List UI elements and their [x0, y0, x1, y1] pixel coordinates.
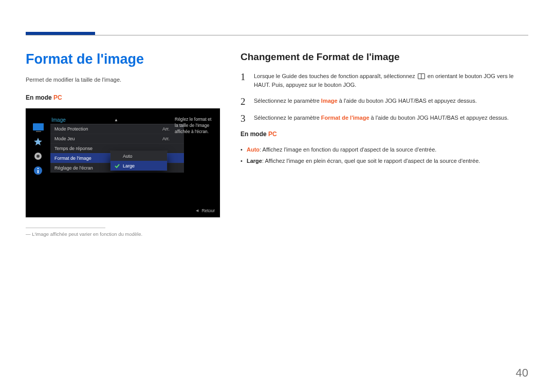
header-rule [26, 35, 528, 35]
step-text: Sélectionnez le paramètre Image à l'aide… [254, 97, 528, 106]
step: 2 Sélectionnez le paramètre Image à l'ai… [240, 97, 528, 106]
osd-row: Mode Protection Arr. [50, 124, 184, 134]
mode-label-right: En mode PC [240, 130, 528, 138]
step-text-pre: Sélectionnez le paramètre [254, 98, 321, 104]
step: 1 Lorsque le Guide des touches de foncti… [240, 72, 528, 89]
page-number: 40 [516, 366, 528, 380]
section-lead: Permet de modifier la taille de l'image. [26, 77, 221, 83]
osd-footer: ◀ Retour [196, 208, 215, 213]
osd-return-label: Retour [201, 208, 215, 213]
osd-popup-option-selected: Large [110, 161, 167, 171]
menu-glyph-icon [418, 73, 425, 79]
osd-side-icons [30, 123, 46, 175]
osd-description: Réglez le format et la taille de l'image… [175, 116, 215, 135]
osd-row-label: Mode Protection [54, 126, 88, 132]
osd-row: Mode Jeu Arr. [50, 134, 184, 143]
step-text: Lorsque le Guide des touches de fonction… [254, 72, 528, 89]
step-param: Image [321, 98, 338, 104]
svg-rect-0 [33, 123, 44, 130]
gear-icon [32, 152, 44, 161]
bullet-list: Auto: Affichez l'image en fonction du ra… [240, 145, 528, 165]
osd-row-label: Mode Jeu [54, 136, 75, 141]
mode-label-value: PC [268, 130, 277, 138]
bullet-text: : Affichez l'image en plein écran, quel … [262, 158, 480, 164]
info-icon [32, 166, 44, 175]
step-text-pre: Lorsque le Guide des touches de fonction… [254, 73, 417, 79]
up-arrow-icon: ▲ [114, 118, 118, 122]
svg-rect-6 [38, 170, 39, 173]
osd-popup-option: Auto [110, 151, 167, 161]
footnote: L'image affichée peut varier en fonction… [26, 231, 221, 237]
step-param: Format de l'image [321, 115, 369, 121]
star-icon [32, 137, 44, 146]
osd-row-label: Temps de réponse [54, 146, 92, 151]
mode-label-left: En mode PC [26, 94, 221, 101]
mode-label-prefix: En mode [26, 94, 53, 101]
step-text-pre: Sélectionnez le paramètre [254, 115, 321, 121]
mode-label-value: PC [53, 94, 62, 101]
picture-icon [32, 123, 44, 132]
section-title: Format de l'image [26, 51, 221, 67]
svg-rect-7 [38, 168, 39, 169]
bullet-option: Large [247, 158, 262, 164]
mode-label-prefix: En mode [240, 130, 268, 138]
step-number: 2 [240, 97, 248, 106]
checkmark-icon [115, 163, 120, 169]
osd-popup-option-label: Large [123, 163, 135, 169]
step-text-post: à l'aide du bouton JOG HAUT/BAS et appuy… [369, 115, 509, 121]
bullet-item: Large: Affichez l'image en plein écran, … [240, 156, 528, 165]
bullet-item: Auto: Affichez l'image en fonction du ra… [240, 145, 528, 154]
osd-row-label: Réglage de l'écran [54, 165, 93, 171]
step-text: Sélectionnez le paramètre Format de l'im… [254, 114, 528, 123]
svg-rect-1 [36, 131, 41, 132]
left-arrow-icon: ◀ [196, 209, 198, 213]
step-text-post: à l'aide du bouton JOG HAUT/BAS et appuy… [338, 98, 477, 104]
osd-screenshot: Image ▲ Mode Protection Arr. Mode Jeu Ar… [26, 108, 220, 217]
step-number: 1 [240, 72, 248, 89]
bullet-text: : Affichez l'image en fonction du rappor… [260, 146, 436, 153]
osd-popup-option-label: Auto [123, 154, 133, 159]
bullet-option: Auto [247, 146, 260, 153]
svg-marker-2 [34, 138, 42, 145]
osd-popup: Auto Large [110, 151, 167, 171]
footnote-rule [26, 228, 105, 228]
step: 3 Sélectionnez le paramètre Format de l'… [240, 114, 528, 123]
step-number: 3 [240, 114, 248, 123]
osd-row-value: Arr. [162, 136, 180, 141]
right-heading: Changement de Format de l'image [240, 51, 528, 63]
svg-point-4 [36, 155, 40, 158]
osd-row-label: Format de l'image [54, 156, 91, 161]
osd-title: Image [51, 117, 66, 123]
blank-check-icon [115, 154, 120, 159]
